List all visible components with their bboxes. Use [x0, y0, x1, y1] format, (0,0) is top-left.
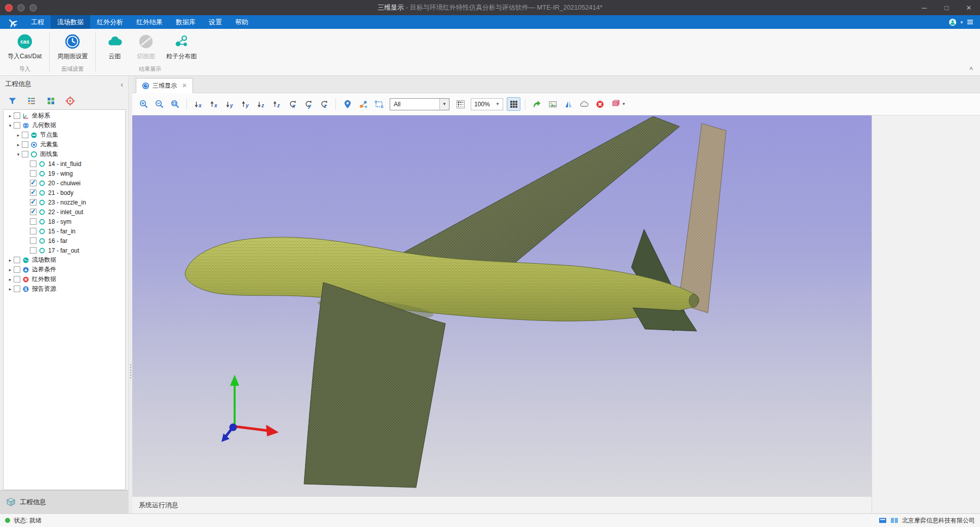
rotate-x-button[interactable]: x [286, 97, 299, 111]
tree-item[interactable]: ▾面线集 [4, 149, 125, 159]
visibility-checkbox[interactable] [14, 112, 20, 119]
expand-arrow-icon[interactable]: ▸ [7, 113, 14, 118]
expand-arrow-icon[interactable]: ▸ [15, 142, 22, 147]
tree-item[interactable]: 15 - far_in [4, 226, 125, 236]
tree-item[interactable]: 21 - body [4, 188, 125, 197]
expand-arrow-icon[interactable]: ▸ [7, 267, 14, 272]
panel-collapse-icon[interactable]: ‹ [121, 80, 123, 89]
tree-item[interactable]: ▾几何数据 [4, 120, 125, 130]
menu-item[interactable]: 红外结果 [130, 15, 169, 29]
view-along-z-button[interactable]: z [254, 97, 268, 111]
visibility-checkbox[interactable] [14, 266, 20, 273]
visibility-checkbox[interactable] [30, 209, 36, 215]
tree-item[interactable]: 23 - nozzle_in [4, 197, 125, 207]
apps-button[interactable] [45, 95, 57, 107]
collapse-arrow-icon[interactable]: ▾ [15, 152, 22, 157]
view-against-z-button[interactable]: z [270, 97, 284, 111]
tree-item[interactable]: 20 - chuiwei [4, 178, 125, 188]
region-select-button[interactable] [372, 97, 386, 111]
expand-arrow-icon[interactable]: ▸ [7, 258, 14, 263]
rotate-z-button[interactable]: z [317, 97, 331, 111]
zoom-fit-button[interactable] [168, 97, 182, 111]
ribbon-button[interactable]: 切面图 [131, 31, 161, 61]
menu-grid-icon[interactable] [966, 18, 974, 26]
app-record-button[interactable] [5, 4, 13, 12]
ribbon-button[interactable]: 云图 [100, 31, 129, 61]
visibility-checkbox[interactable] [14, 286, 20, 292]
menu-item[interactable]: 红外分析 [90, 15, 130, 29]
app-quick-button-1[interactable] [17, 4, 25, 12]
split-window-icon[interactable] [890, 516, 898, 524]
visibility-checkbox[interactable] [14, 276, 20, 282]
opacity-pattern-button[interactable] [454, 97, 467, 111]
particle-display-button[interactable] [356, 97, 370, 111]
visibility-checkbox[interactable] [22, 151, 28, 157]
tree-item[interactable]: ▸报告资源 [4, 284, 125, 294]
view-against-x-button[interactable]: x [207, 97, 221, 111]
visibility-checkbox[interactable] [30, 247, 36, 254]
visibility-checkbox[interactable] [30, 180, 36, 186]
zoom-out-button[interactable] [153, 97, 166, 111]
viewport-3d[interactable] [132, 115, 872, 496]
minimize-button[interactable]: ─ [913, 0, 935, 15]
save-snapshot-button[interactable] [546, 97, 559, 111]
app-quick-button-2[interactable] [29, 4, 37, 12]
visibility-checkbox[interactable] [30, 160, 36, 167]
tree-item[interactable]: ▸节点集 [4, 130, 125, 140]
ribbon-collapse-icon[interactable]: ^ [969, 66, 973, 73]
tab-3d-view[interactable]: 三维显示 ✕ [136, 78, 193, 93]
visibility-checkbox[interactable] [30, 237, 36, 244]
dropdown-arrow-icon[interactable]: ▼ [439, 99, 449, 110]
ribbon-button[interactable]: 周期面设置 [54, 31, 91, 61]
tree-item[interactable]: 22 - inlet_out [4, 207, 125, 217]
collapse-arrow-icon[interactable]: ▾ [7, 123, 14, 128]
menu-item[interactable]: 工程 [24, 15, 51, 29]
tree-item[interactable]: ▸边界条件 [4, 265, 125, 274]
tree-item[interactable]: ▸坐标系 [4, 111, 125, 120]
display-filter-select[interactable]: All▼ [390, 98, 449, 110]
clear-display-button[interactable] [593, 97, 607, 111]
dock-window-icon[interactable] [879, 516, 887, 524]
visibility-checkbox[interactable] [22, 132, 28, 138]
expand-arrow-icon[interactable]: ▸ [7, 277, 14, 282]
tree-item[interactable]: ▸元素集 [4, 140, 125, 149]
ribbon-button[interactable]: cas导入Cas/Dat [4, 31, 45, 61]
view-along-x-button[interactable]: x [192, 97, 205, 111]
tree-item[interactable]: ▸红外数据 [4, 274, 125, 284]
visibility-checkbox[interactable] [30, 170, 36, 177]
visibility-checkbox[interactable] [30, 199, 36, 206]
maximize-button[interactable]: □ [935, 0, 958, 15]
menu-item[interactable]: 设置 [202, 15, 229, 29]
view-against-y-button[interactable]: y [239, 97, 252, 111]
visibility-checkbox[interactable] [14, 257, 20, 263]
filter-button[interactable] [6, 95, 18, 107]
menu-item[interactable]: 数据库 [169, 15, 202, 29]
export-view-button[interactable] [530, 97, 544, 111]
menu-item[interactable]: 流场数据 [51, 15, 90, 29]
panel-bottom-tab[interactable]: 工程信息 [0, 490, 128, 513]
tree-item[interactable]: 17 - far_out [4, 246, 125, 255]
visibility-checkbox[interactable] [22, 141, 28, 148]
visibility-checkbox[interactable] [30, 228, 36, 234]
rotate-y-button[interactable]: y [301, 97, 315, 111]
close-button[interactable]: ✕ [958, 0, 980, 15]
ribbon-button[interactable]: 粒子分布图 [163, 31, 200, 61]
visibility-checkbox[interactable] [14, 122, 20, 129]
mesh-display-button[interactable] [507, 97, 520, 111]
chevron-down-icon[interactable]: ▾ [960, 20, 963, 25]
cloud-display-button[interactable] [577, 97, 591, 111]
tree-item[interactable]: 16 - far [4, 236, 125, 246]
visibility-checkbox[interactable] [30, 189, 36, 196]
tree-item[interactable]: 18 - sym [4, 217, 125, 226]
target-button[interactable] [64, 95, 76, 107]
menu-item[interactable]: 帮助 [229, 15, 255, 29]
tab-close-icon[interactable]: ✕ [182, 82, 187, 89]
probe-point-button[interactable] [341, 97, 354, 111]
expand-arrow-icon[interactable]: ▸ [7, 287, 14, 292]
user-account-icon[interactable] [949, 18, 957, 26]
zoom-level-dropdown[interactable]: 100%▼ [471, 98, 503, 110]
tree-item[interactable]: 19 - wing [4, 169, 125, 178]
zoom-in-button[interactable] [137, 97, 150, 111]
view-along-y-button[interactable]: y [223, 97, 237, 111]
section-box-button[interactable]: ▼ [609, 97, 628, 111]
